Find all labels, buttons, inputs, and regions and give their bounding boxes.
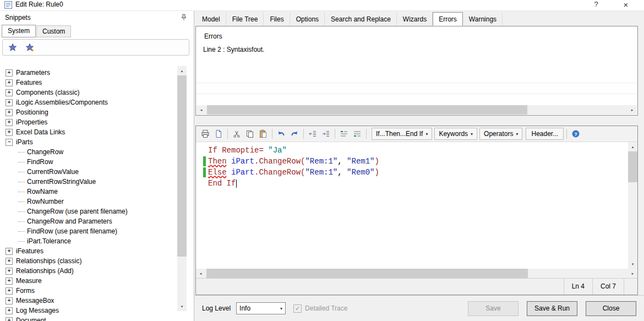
tree-item-iproperties[interactable]: +iProperties	[0, 117, 176, 127]
outdent-icon[interactable]	[307, 128, 319, 140]
scroll-down-icon[interactable]: ▾	[628, 259, 637, 269]
tree-item-ipart-tolerance[interactable]: iPart.Tolerance	[0, 236, 176, 246]
tree-scrollbar[interactable]: ▴ ▾	[177, 66, 187, 311]
save-button[interactable]: Save	[468, 301, 519, 316]
tree-item-iparts[interactable]: −iParts	[0, 137, 176, 147]
keywords-dropdown[interactable]: Keywords▾	[434, 128, 477, 140]
tree-item-excel-data-links[interactable]: +Excel Data Links	[0, 127, 176, 137]
scrollbar-thumb[interactable]	[207, 105, 527, 115]
expander-icon[interactable]: +	[6, 69, 13, 77]
page-icon[interactable]	[212, 128, 225, 140]
tab-warnings[interactable]: Warnings	[463, 12, 503, 26]
comment-icon[interactable]	[338, 128, 350, 140]
expander-icon[interactable]: +	[6, 89, 13, 96]
scroll-right-icon[interactable]: ▸	[628, 269, 637, 278]
log-level-select[interactable]: Info ▾	[236, 302, 286, 314]
tree-item-changerow-use-parent-filename[interactable]: ChangeRow (use parent filename)	[0, 206, 176, 216]
editor-vscrollbar[interactable]: ▴ ▾	[628, 142, 637, 269]
scroll-left-icon[interactable]: ◂	[196, 269, 205, 278]
expander-icon[interactable]: +	[6, 278, 13, 285]
operators-dropdown[interactable]: Operators▾	[479, 128, 522, 140]
expander-icon[interactable]: +	[6, 79, 13, 86]
tree-item-changerow-and-parameters[interactable]: ChangeRow and Parameters	[0, 216, 176, 226]
print-icon[interactable]	[199, 128, 211, 140]
tab-wizards[interactable]: Wizards	[397, 12, 433, 26]
expander-icon[interactable]: −	[6, 139, 13, 146]
scroll-right-icon[interactable]: ▸	[627, 105, 637, 115]
tree-item-ilogic-assemblies-components[interactable]: +iLogic Assemblies/Components	[0, 97, 176, 107]
tree-item-document[interactable]: +Document	[0, 315, 176, 321]
editor-hscrollbar[interactable]: ◂ ▸	[196, 269, 637, 278]
expander-icon[interactable]: +	[6, 297, 13, 304]
edit-snippets-icon[interactable]	[24, 41, 36, 53]
capture-snippet-icon[interactable]	[7, 41, 19, 53]
chevron-down-icon: ▾	[471, 132, 473, 137]
tree-item-findrow[interactable]: FindRow	[0, 157, 176, 167]
redo-icon[interactable]	[288, 128, 301, 140]
tab-search-and-replace[interactable]: Search and Replace	[325, 12, 397, 26]
tree-item-relationships-add[interactable]: +Relationships (Add)	[0, 266, 176, 276]
scroll-up-icon[interactable]: ▴	[177, 66, 187, 75]
tree-item-relationships-classic[interactable]: +Relationships (classic)	[0, 256, 176, 266]
tree-item-parameters[interactable]: +Parameters	[0, 68, 176, 78]
tab-errors[interactable]: Errors	[433, 12, 463, 26]
expander-icon[interactable]: +	[6, 268, 13, 275]
expander-icon[interactable]: +	[6, 99, 13, 106]
expander-icon[interactable]: +	[6, 129, 13, 136]
titlebar-close-button[interactable]: ×	[618, 0, 634, 9]
uncomment-icon[interactable]	[351, 128, 363, 140]
tree-item-measure[interactable]: +Measure	[0, 276, 176, 286]
snippets-tab-custom[interactable]: Custom	[36, 25, 71, 37]
expander-icon[interactable]: +	[6, 248, 13, 255]
indent-icon[interactable]	[320, 128, 332, 140]
header-button[interactable]: Header...	[526, 128, 564, 140]
detailed-trace-checkbox[interactable]: ✓	[293, 304, 302, 313]
tree-item-components-classic[interactable]: +Components (classic)	[0, 88, 176, 97]
error-message[interactable]: Line 2 : Syntaxisfout.	[196, 40, 637, 53]
scroll-up-icon[interactable]: ▴	[628, 142, 637, 151]
tree-item-forms[interactable]: +Forms	[0, 286, 176, 296]
cut-icon[interactable]	[231, 128, 243, 140]
undo-icon[interactable]	[275, 128, 287, 140]
if-then-end-if-dropdown[interactable]: If...Then...End If▾	[372, 128, 432, 140]
tree-item-currentrowstringvalue[interactable]: CurrentRowStringValue	[0, 177, 176, 187]
tree-item-log-messages[interactable]: +Log Messages	[0, 306, 176, 315]
scrollbar-thumb[interactable]	[628, 151, 637, 182]
expander-icon[interactable]: +	[6, 317, 13, 321]
expander-icon[interactable]: +	[6, 307, 13, 314]
expander-icon[interactable]: +	[6, 109, 13, 116]
tree-item-features[interactable]: +Features	[0, 78, 176, 88]
tree-item-rowname[interactable]: RowName	[0, 187, 176, 197]
code-area[interactable]: If Remoptie= "Ja"Then iPart.ChangeRow("R…	[196, 142, 628, 269]
close-button[interactable]: Close	[586, 301, 636, 316]
tree-item-label: Relationships (classic)	[16, 257, 81, 265]
scrollbar-track[interactable]	[205, 269, 628, 278]
help-button[interactable]: ?	[588, 0, 604, 8]
expander-icon[interactable]: +	[6, 258, 13, 265]
scroll-down-icon[interactable]: ▾	[177, 302, 187, 311]
tab-file-tree[interactable]: File Tree	[226, 12, 264, 26]
scrollbar-track[interactable]	[206, 105, 627, 115]
tab-options[interactable]: Options	[290, 12, 325, 26]
tree-item-currentrowvalue[interactable]: CurrentRowValue	[0, 167, 176, 177]
tree-item-rownumber[interactable]: RowNumber	[0, 197, 176, 206]
scroll-left-icon[interactable]: ◂	[197, 105, 206, 115]
tab-files[interactable]: Files	[264, 12, 290, 26]
save-run-button[interactable]: Save & Run	[527, 301, 577, 316]
errors-hscrollbar[interactable]: ◂ ▸	[197, 105, 637, 115]
tree-item-changerow[interactable]: ChangeRow	[0, 147, 176, 157]
tree-item-findrow-use-parent-filename[interactable]: FindRow (use parent filename)	[0, 226, 176, 236]
help-icon[interactable]: ?	[570, 128, 582, 140]
snippets-tab-system[interactable]: System	[2, 25, 36, 37]
scrollbar-thumb[interactable]	[206, 269, 528, 278]
copy-icon[interactable]	[244, 128, 256, 140]
pin-icon[interactable]	[179, 13, 188, 22]
paste-icon[interactable]	[257, 128, 269, 140]
tab-model[interactable]: Model	[196, 12, 226, 26]
expander-icon[interactable]: +	[6, 119, 13, 126]
tree-item-positioning[interactable]: +Positioning	[0, 107, 176, 117]
expander-icon[interactable]: +	[6, 287, 13, 295]
tree-item-ifeatures[interactable]: +iFeatures	[0, 246, 176, 256]
scrollbar-thumb[interactable]	[177, 75, 187, 257]
tree-item-messagebox[interactable]: +MessageBox	[0, 296, 176, 306]
